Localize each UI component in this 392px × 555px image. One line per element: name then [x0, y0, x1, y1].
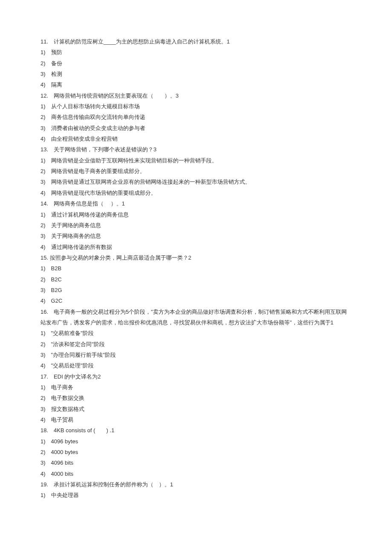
- option-text: 4000 bits: [51, 471, 74, 477]
- option-text: 4000 bytes: [51, 449, 78, 455]
- option-text: 电子商务: [51, 384, 73, 390]
- option: 2) B2C: [40, 274, 352, 285]
- option: 4) 网络营销是现代市场营销的重要组成部分。: [40, 188, 352, 198]
- option: 2) 关于网络的商务信息: [40, 220, 352, 231]
- option: 1) 网络营销是企业借助于互联网特性来实现营销目标的一种营销手段。: [40, 155, 352, 166]
- option: 3) 网络营销是通过互联网将企业原有的营销网络连接起来的一种新型市场营销方式。: [40, 176, 352, 187]
- option-text: 备份: [51, 60, 62, 66]
- option: 1) 4096 bytes: [40, 436, 352, 447]
- option: 1) 中央处理器: [40, 490, 352, 500]
- option-text: 商务信息传输由双向交流转向单向传递: [51, 114, 145, 120]
- q-num: 16.: [40, 309, 48, 315]
- q-body: 计算机的防范应树立____为主的思想防止病毒进入自己的计算机系统。1: [54, 38, 230, 45]
- option: 4) 通过网络传递的所有数据: [40, 242, 352, 252]
- option-text: "办理合同履行前手续"阶段: [51, 352, 116, 358]
- q-body: 关于网络营销，下列哪个表述是错误的？3: [54, 146, 156, 153]
- option-text: "交易前准备"阶段: [51, 330, 94, 336]
- option: 4) 4000 bits: [40, 468, 352, 479]
- q-body: 承担计算机运算和控制任务的部件称为（ ）。1: [54, 481, 173, 488]
- question-stem: 12. 网络营销与传统营销的区别主要表现在（ ）。3: [40, 90, 352, 101]
- option-text: 中央处理器: [51, 492, 79, 498]
- option: 2) 备份: [40, 58, 352, 69]
- q-num: 15.: [40, 254, 48, 261]
- option: 3) 消费者由被动的受众变成主动的参与者: [40, 123, 352, 133]
- option: 3) "办理合同履行前手续"阶段: [40, 350, 352, 360]
- option-text: B2G: [51, 287, 62, 293]
- question-stem: 18. 4KB consists of ( ) .1: [40, 425, 352, 436]
- question-stem: 14. 网络商务信息是指（ ）。1: [40, 198, 352, 209]
- option-text: "洽谈和签定合同"阶段: [51, 341, 105, 347]
- option-text: 消费者由被动的受众变成主动的参与者: [51, 125, 145, 131]
- option-text: 检测: [51, 71, 62, 77]
- q-body: 网络营销与传统营销的区别主要表现在（ ）。3: [54, 92, 179, 99]
- question-stem: 17. EDI 的中文译名为2: [40, 371, 352, 382]
- option-text: 网络营销是现代市场营销的重要组成部分。: [51, 190, 156, 196]
- option: 3) 关于网络商务的信息: [40, 231, 352, 241]
- option-text: B2B: [51, 265, 62, 272]
- option: 2) 电子数据交换: [40, 393, 352, 403]
- option-text: 4096 bytes: [51, 438, 78, 445]
- option: 3) 检测: [40, 69, 352, 79]
- option: 4) 由全程营销变成非全程营销: [40, 133, 352, 144]
- q-body: 按照参与交易的对象分类，网上商店最适合属于哪一类？2: [50, 254, 191, 261]
- option-text: 电子数据交换: [51, 395, 84, 401]
- q-num: 18.: [40, 427, 48, 434]
- option: 2) 4000 bytes: [40, 447, 352, 457]
- question-stem: 15. 按照参与交易的对象分类，网上商店最适合属于哪一类？2: [40, 252, 352, 263]
- option: 2) 商务信息传输由双向交流转向单向传递: [40, 112, 352, 122]
- option-text: 网络营销是通过互联网将企业原有的营销网络连接起来的一种新型市场营销方式。: [51, 179, 251, 185]
- option-text: "交易后处理"阶段: [51, 362, 94, 369]
- question-stem: 16. 电子商务一般的交易过程分为5个阶段，"卖方为本企业的商品做好市场调查和分…: [40, 306, 352, 328]
- option-text: 预防: [51, 49, 62, 55]
- option: 2) 网络营销是电子商务的重要组成部分。: [40, 166, 352, 176]
- q-num: 11.: [40, 38, 48, 45]
- option-text: 隔离: [51, 81, 62, 88]
- option: 1) 从个人目标市场转向大规模目标市场: [40, 101, 352, 112]
- question-stem: 13. 关于网络营销，下列哪个表述是错误的？3: [40, 144, 352, 155]
- option-text: 4096 bits: [51, 460, 74, 466]
- option-text: 通过计算机网络传递的商务信息: [51, 211, 129, 218]
- q-body: 电子商务一般的交易过程分为5个阶段，"卖方为本企业的商品做好市场调查和分析，制订…: [40, 309, 347, 326]
- option: 4) 隔离: [40, 79, 352, 90]
- option-text: 从个人目标市场转向大规模目标市场: [51, 103, 140, 110]
- option-text: 关于网络的商务信息: [51, 222, 101, 228]
- option: 1) B2B: [40, 263, 352, 274]
- option-text: B2C: [51, 276, 62, 283]
- option-text: 网络营销是企业借助于互联网特性来实现营销目标的一种营销手段。: [51, 157, 217, 164]
- option: 1) 预防: [40, 47, 352, 58]
- option-text: 电子贸易: [51, 416, 73, 423]
- question-stem: 19. 承担计算机运算和控制任务的部件称为（ ）。1: [40, 479, 352, 490]
- option-text: 网络营销是电子商务的重要组成部分。: [51, 168, 145, 174]
- question-stem: 11. 计算机的防范应树立____为主的思想防止病毒进入自己的计算机系统。1: [40, 36, 352, 47]
- option: 4) "交易后处理"阶段: [40, 360, 352, 371]
- document-page: 11. 计算机的防范应树立____为主的思想防止病毒进入自己的计算机系统。1 1…: [0, 0, 392, 526]
- q-num: 17.: [40, 373, 48, 380]
- option-text: G2C: [51, 298, 63, 304]
- q-num: 19.: [40, 481, 48, 488]
- q-num: 14.: [40, 200, 48, 207]
- q-num: 13.: [40, 146, 48, 153]
- q-body: 4KB consists of ( ) .1: [54, 427, 114, 434]
- q-body: 网络商务信息是指（ ）。1: [54, 200, 125, 207]
- option-text: 由全程营销变成非全程营销: [51, 136, 118, 142]
- option: 4) 电子贸易: [40, 414, 352, 425]
- option-text: 通过网络传递的所有数据: [51, 244, 112, 250]
- option-text: 关于网络商务的信息: [51, 233, 101, 239]
- q-num: 12.: [40, 92, 48, 99]
- option: 1) 通过计算机网络传递的商务信息: [40, 209, 352, 220]
- option: 3) B2G: [40, 285, 352, 295]
- option: 4) G2C: [40, 295, 352, 306]
- option-text: 报文数据格式: [51, 406, 84, 412]
- option: 1) 电子商务: [40, 382, 352, 393]
- option: 3) 4096 bits: [40, 457, 352, 468]
- q-body: EDI 的中文译名为2: [54, 373, 101, 380]
- option: 3) 报文数据格式: [40, 404, 352, 414]
- option: 2) "洽谈和签定合同"阶段: [40, 339, 352, 350]
- option: 1) "交易前准备"阶段: [40, 328, 352, 338]
